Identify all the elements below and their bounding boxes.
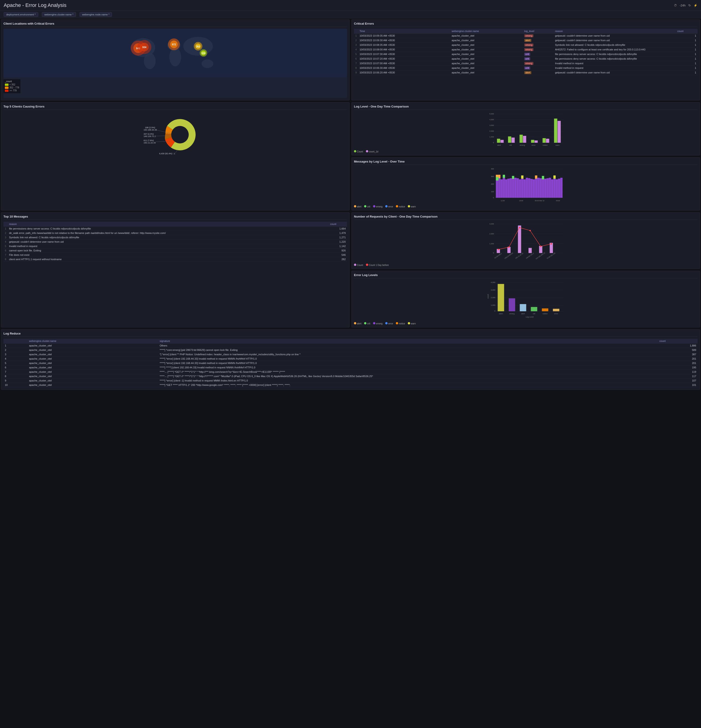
- list-item: 10 apache_cluster_otel *****] *GET *****…: [3, 383, 698, 387]
- requests-legend: Count Count 1 Day before: [354, 264, 698, 266]
- svg-text:error: error: [554, 313, 558, 315]
- table-row: 9 10/03/2023 10:06:20 AM +0530 apache_cl…: [354, 71, 698, 75]
- log-level-title: Log Level - One Day Time Comparison: [354, 105, 698, 110]
- cell-signature: *****] *GET ***** HTTP/1.1* 200 *http://…: [158, 383, 658, 387]
- svg-rect-104: [549, 178, 551, 198]
- messages-svg: 400 300 200 100 0: [354, 167, 698, 204]
- svg-point-129: [498, 249, 499, 250]
- svg-rect-52: [535, 140, 538, 143]
- svg-text:notice: notice: [543, 313, 548, 315]
- refresh-icon[interactable]: ↻: [688, 4, 691, 7]
- cell-time: 10/03/2023 10:09:35 AM +0530: [358, 33, 450, 38]
- error-log-chart: count 4,000 3,000 2,000 1,000 0: [354, 280, 698, 325]
- svg-rect-56: [558, 121, 561, 143]
- list-item: 5 apache_cluster_otel *****] *error] [cl…: [3, 361, 698, 365]
- col-count[interactable]: count: [676, 29, 698, 33]
- cell-cluster: apache_cluster_otel: [27, 348, 158, 352]
- cell-count: 1: [676, 38, 698, 43]
- error-log-levels-panel: Error Log Levels count 4,000 3,000 2,000…: [351, 271, 700, 327]
- error-log-svg: count 4,000 3,000 2,000 1,000 0: [354, 280, 698, 321]
- svg-rect-53: [543, 138, 546, 143]
- cell-reason: getpwuid: couldn't determine user name f…: [7, 240, 329, 244]
- col-count[interactable]: count: [329, 222, 347, 227]
- col-reason[interactable]: reason: [7, 222, 329, 227]
- svg-rect-87: [517, 178, 519, 198]
- svg-rect-106: [554, 179, 556, 198]
- row-num: 9: [3, 378, 27, 383]
- cell-count: 1: [676, 61, 698, 66]
- col-reason[interactable]: reason: [554, 29, 676, 33]
- critical-errors-scroll[interactable]: Time webengine.cluster.name log_level re…: [354, 29, 698, 75]
- col-cluster[interactable]: webengine.cluster.name: [450, 29, 523, 33]
- svg-rect-96: [535, 179, 537, 198]
- list-item: 1 file permissions deny server access: C…: [3, 227, 347, 231]
- header-controls: ⏱ -24h ↻ ⚡: [674, 4, 697, 7]
- row-num: 1: [3, 344, 27, 348]
- cell-count: 387: [658, 352, 698, 357]
- filter-cluster[interactable]: webengine.cluster.name *: [42, 12, 76, 17]
- svg-text:0: 0: [494, 310, 495, 312]
- svg-rect-89: [521, 179, 524, 198]
- svg-text:192.168.44.33: 192.168.44.33: [144, 129, 157, 131]
- svg-rect-94: [531, 179, 533, 198]
- col-count[interactable]: count: [658, 339, 698, 344]
- top10-scroll[interactable]: reason count 1 file permissions deny ser…: [3, 222, 347, 261]
- svg-point-132: [529, 230, 531, 231]
- row-num: 5: [3, 361, 27, 365]
- log-reduce-section: Log Reduce webengine.cluster.name signat…: [1, 329, 700, 390]
- table-row: 2 10/03/2023 10:09:30 AM +0530 apache_cl…: [354, 38, 698, 43]
- cell-signature: *****] *error] [client :1] Invalid metho…: [158, 378, 658, 383]
- col-time[interactable]: Time: [358, 29, 450, 33]
- cell-reason: getpwuid: couldn't determine user name f…: [554, 33, 676, 38]
- col-num: [3, 339, 27, 344]
- svg-text:emerg: emerg: [509, 313, 515, 315]
- svg-rect-74: [496, 177, 499, 181]
- requests-chart: 3,000 2,000 1,000 0: [354, 222, 698, 266]
- col-signature[interactable]: signature: [158, 339, 658, 344]
- svg-rect-86: [514, 178, 517, 198]
- cell-cluster: apache_cluster_otel: [27, 383, 158, 387]
- col-num: [3, 222, 7, 227]
- requests-by-client-panel: Number of Requests by Client - One Day T…: [351, 212, 700, 269]
- messages-legend: alert crit emerg error notice warn: [354, 205, 698, 208]
- svg-rect-73: [496, 181, 499, 198]
- svg-text:Log Level: Log Level: [526, 316, 534, 318]
- filter-bar: deployment.environment * webengine.clust…: [0, 11, 701, 19]
- svg-text:149.126.72.2: 149.126.72.2: [144, 135, 156, 137]
- row-num: 4: [3, 357, 27, 361]
- cell-signature: *****] *error] [client 192.168.44.33] In…: [158, 361, 658, 365]
- col-cluster[interactable]: webengine.cluster.name: [27, 339, 158, 344]
- cell-level: alert: [523, 38, 554, 43]
- messages-over-time-panel: Messages by Log Level - Over Time 400 30…: [351, 157, 700, 211]
- cell-cluster: apache_cluster_otel: [27, 361, 158, 365]
- svg-rect-78: [501, 179, 503, 198]
- svg-rect-105: [551, 179, 554, 198]
- map-panel: Client Locations with Critical Errors: [1, 19, 350, 100]
- map-legend: _count < 352 352 - 778 >= 779: [3, 79, 20, 93]
- log-level-chart: 5,000 4,000 3,000 2,000 1,000 0: [354, 112, 698, 153]
- list-item: 2 dir_walk error, path_info /www/aa/ddd …: [3, 231, 347, 235]
- svg-rect-124: [508, 247, 511, 253]
- svg-rect-49: [520, 135, 523, 143]
- row-num: 10: [3, 383, 27, 387]
- filter-deployment[interactable]: deployment.environment *: [4, 12, 38, 17]
- row-num: 5: [3, 244, 7, 248]
- cell-signature: *****] *error] [client 192.168.44.33] In…: [158, 357, 658, 361]
- svg-rect-48: [512, 138, 515, 143]
- svg-rect-154: [520, 304, 526, 311]
- filter-icon[interactable]: ⚡: [694, 4, 697, 7]
- cell-count: 546: [329, 253, 347, 257]
- cell-level: crit: [523, 66, 554, 71]
- cell-reason: AH02572: Failed to configure at least on…: [554, 48, 676, 52]
- svg-text:192.11.22.33: 192.11.22.33: [144, 142, 156, 144]
- time-range[interactable]: -24h: [679, 4, 685, 7]
- cell-cluster: apache_cluster_otel: [450, 71, 523, 75]
- col-loglevel[interactable]: log_level: [523, 29, 554, 33]
- cell-count: 1: [676, 71, 698, 75]
- svg-text:1,000: 1,000: [490, 304, 495, 306]
- svg-point-131: [519, 227, 520, 228]
- cell-cluster: apache_cluster_otel: [27, 365, 158, 370]
- row-num: 3: [354, 43, 358, 48]
- cell-cluster: apache_cluster_otel: [27, 370, 158, 374]
- filter-node[interactable]: webengine.node.name *: [79, 12, 112, 17]
